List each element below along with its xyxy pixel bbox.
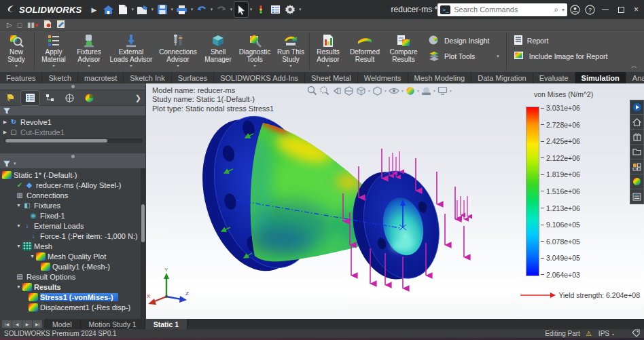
search-caret[interactable]: ▾ [562,7,565,13]
macro-run-icon[interactable]: ▷ [7,21,12,29]
select-tool-icon[interactable] [234,2,248,17]
new-document-caret[interactable]: ▾ [131,7,134,12]
print-caret[interactable]: ▾ [191,7,194,12]
section-view-icon[interactable] [344,86,354,96]
plot-tools-button[interactable]: Plot Tools ▾ [428,50,499,62]
tab-simulation[interactable]: Simulation [575,72,626,83]
tab-mesh-modeling[interactable]: Mesh Modeling [408,72,472,83]
save-caret[interactable]: ▾ [171,7,174,12]
shell-manager-button[interactable]: Shell Manager [200,31,236,72]
tab-scroll-last-icon[interactable]: ▶| [33,320,42,328]
save-icon[interactable] [156,2,169,17]
undo-icon[interactable] [195,2,209,17]
expand-arrow-icon[interactable]: ▶ [1,130,9,135]
macro-edit-icon[interactable] [56,20,65,30]
tree-item-static-study[interactable]: Static 1* (-Default-) [1,170,145,180]
unit-system-text[interactable]: IPS [598,330,609,337]
display-style-caret[interactable]: ▾ [384,88,387,93]
collapse-arrow-icon[interactable]: ▼ [29,254,36,259]
tree-item-mesh[interactable]: ▼ Mesh [1,241,145,251]
collapse-arrow-icon[interactable]: ▼ [15,284,22,289]
apply-scene-icon[interactable] [421,86,431,96]
panel-tab-appearances-icon[interactable] [80,91,99,105]
view-orientation-caret[interactable]: ▾ [368,88,370,93]
diagnostic-tools-button[interactable]: Diagnostic Tools▾ [236,31,274,72]
panel-splitter[interactable] [0,153,145,159]
undo-caret[interactable]: ▾ [211,7,213,12]
open-caret[interactable]: ▾ [151,7,154,12]
open-icon[interactable] [136,2,149,17]
graphics-viewport[interactable]: Y X Z Model name: reducer-ms Study name:… [146,83,644,319]
results-advisor-button[interactable]: Results Advisor▾ [311,31,345,72]
include-image-button[interactable]: Include Image for Report [514,50,608,62]
tab-data-migration[interactable]: Data Migration [471,72,533,83]
tab-macrotest[interactable]: macrotest [78,72,124,83]
design-library-folder-icon[interactable] [630,145,644,159]
search-input[interactable] [454,5,550,14]
edit-appearance-icon[interactable] [406,86,415,96]
fixtures-advisor-button[interactable]: Fixtures Advisor▾ [71,31,107,72]
tab-static-1[interactable]: Static 1 [145,319,187,329]
close-button[interactable]: × [628,1,644,18]
tab-scroll-next-icon[interactable]: ▶ [22,320,32,328]
apply-material-button[interactable]: Apply Material▾ [36,31,71,72]
panel-tab-configuration-icon[interactable] [41,91,59,105]
macro-new-icon[interactable] [43,20,52,30]
flyout-arrow-icon[interactable]: ▶ [92,6,97,14]
view-orientation-icon[interactable] [356,86,366,96]
home-pane-icon[interactable] [630,115,644,130]
tab-scroll-prev-icon[interactable]: ◀ [12,320,22,328]
plot-tools-caret[interactable]: ▾ [497,54,499,59]
tab-solidworks-add-ins[interactable]: SOLIDWORKS Add-Ins [214,72,305,83]
print-icon[interactable] [175,2,189,17]
tree-item-result-options[interactable]: ▤ Result Options [1,271,145,282]
home-icon[interactable] [101,2,115,17]
custom-properties-icon[interactable] [630,189,644,204]
report-button[interactable]: Report [514,35,608,47]
new-document-icon[interactable] [116,2,130,17]
rebuild-traffic-light-icon[interactable] [254,2,268,17]
tree-item-stress1[interactable]: Stress1 (-vonMises-) [1,292,145,302]
compare-results-button[interactable]: Compare Results [384,31,423,72]
search-scope-icon[interactable]: >_ [440,5,450,14]
tag-icon[interactable] [632,329,640,338]
tab-sheet-metal[interactable]: Sheet Metal [305,72,358,83]
tab-surfaces[interactable]: Surfaces [172,72,214,83]
panel-tab-part-icon[interactable] [1,91,20,105]
options-caret[interactable]: ▾ [299,7,302,12]
whats-new-gift-icon[interactable] [630,130,644,145]
edit-appearance-caret[interactable]: ▾ [417,88,419,93]
tree-horizontal-scrollbar[interactable] [4,138,143,143]
macro-record-icon[interactable]: ▮▮● [27,21,39,29]
tab-analysis-preparation[interactable]: Analysis Preparation [626,72,644,83]
select-caret[interactable]: ▾ [250,7,253,12]
previous-view-icon[interactable] [332,86,342,96]
filter-caret[interactable]: ▾ [14,161,16,166]
tab-evaluate[interactable]: Evaluate [533,72,575,83]
account-icon[interactable] [567,1,583,18]
display-style-icon[interactable] [372,86,382,96]
tab-scroll-first-icon[interactable]: |◀ [2,320,12,328]
tab-model[interactable]: Model [44,319,81,329]
deformed-result-button[interactable]: Deformed Result [345,31,384,72]
search-icon[interactable]: ⌕ [554,5,558,14]
tab-sketch-ink[interactable]: Sketch Ink [124,72,171,83]
hide-show-caret[interactable]: ▾ [401,88,404,93]
run-this-study-button[interactable]: Run This Study▾ [274,31,308,72]
apply-scene-caret[interactable]: ▾ [433,88,435,93]
search-commands-box[interactable]: >_ ⌕ ▾ [437,3,567,16]
rebuild-warning-icon[interactable]: ⚠ [586,330,592,337]
tree-item-external-loads[interactable]: ▼ ↓ External Loads [1,221,145,231]
zoom-area-icon[interactable] [319,86,329,96]
tab-sketch[interactable]: Sketch [42,72,78,83]
minimize-button[interactable] [598,1,613,18]
tree-item-part[interactable]: ✓ ◆ reducer-ms (-Alloy Steel-) [1,180,145,190]
tree-vertical-scrollbar[interactable] [141,168,145,319]
ribbon-collapse-chevron[interactable]: ︿ [631,62,637,71]
tree-item-displacement1[interactable]: Displacement1 (-Res disp-) [1,302,145,312]
panel-collapse-handle[interactable] [0,83,145,90]
connections-advisor-button[interactable]: Connections Advisor▾ [156,31,200,72]
new-study-button[interactable]: New Study▾ [0,31,33,72]
file-properties-icon[interactable] [269,2,283,17]
collapse-arrow-icon[interactable]: ▼ [15,203,22,208]
